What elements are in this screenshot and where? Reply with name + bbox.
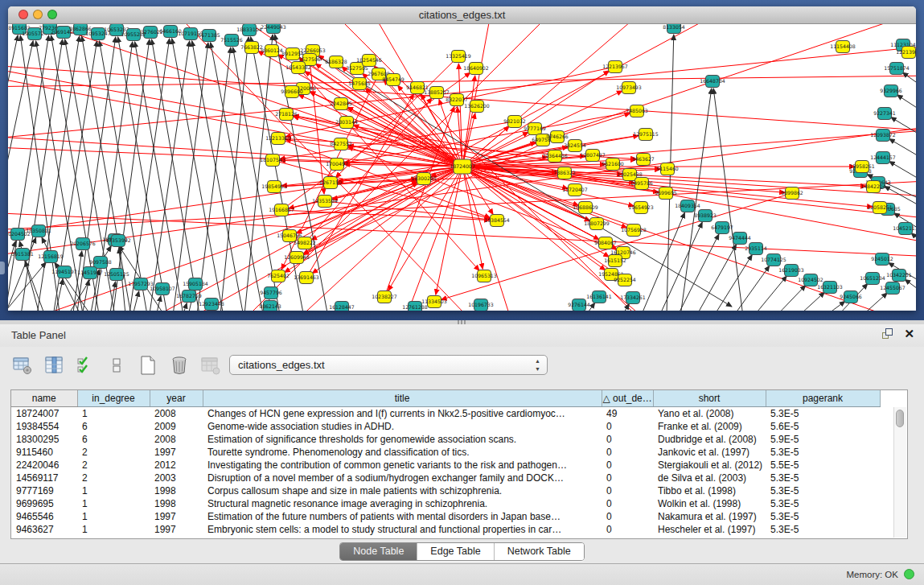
table-scrollbar[interactable]: [893, 407, 906, 538]
column-header-out_de[interactable]: △ out_de…: [602, 390, 653, 406]
network-node[interactable]: 10965313: [471, 270, 497, 282]
network-node[interactable]: 12975115: [633, 129, 659, 141]
memory-status-icon[interactable]: [904, 569, 914, 579]
network-node[interactable]: 10452113: [893, 223, 916, 235]
network-node[interactable]: 8938923: [694, 210, 717, 222]
network-node[interactable]: 18107543: [260, 154, 285, 167]
table-settings-icon[interactable]: [11, 354, 34, 377]
panel-collapse-handle[interactable]: [0, 262, 5, 274]
table-row[interactable]: 977716911998Corpus callosum shape and si…: [11, 484, 880, 497]
network-node[interactable]: 9115460: [656, 163, 679, 175]
network-node[interactable]: 12156819: [38, 251, 64, 263]
svg-text:12923448: 12923448: [199, 301, 224, 307]
table-row[interactable]: 1872400712008Changes of HCN gene express…: [11, 406, 880, 420]
network-node[interactable]: 10688609: [573, 202, 598, 214]
network-node[interactable]: 11154408: [830, 41, 856, 53]
table-row[interactable]: 911546021997Tourette syndrome. Phenomeno…: [11, 446, 880, 459]
network-node[interactable]: 6479197: [711, 222, 733, 234]
tab-node-table[interactable]: Node Table: [340, 543, 417, 560]
network-node[interactable]: 16321103: [817, 282, 843, 294]
network-node[interactable]: 10807487: [580, 150, 606, 162]
network-node[interactable]: 20206576: [70, 238, 96, 250]
network-node[interactable]: 7515526: [220, 35, 243, 47]
network-node[interactable]: 10342251: [886, 270, 912, 282]
network-node[interactable]: 17334261: [620, 292, 646, 304]
network-node[interactable]: 16648784: [700, 76, 725, 88]
network-node[interactable]: 13626200: [464, 101, 490, 113]
network-node[interactable]: 9699695: [655, 187, 677, 200]
table-row[interactable]: 1938455462009Genome-wide association stu…: [11, 420, 880, 433]
table-row[interactable]: 2242004622012Investigating the contribut…: [11, 459, 880, 472]
delete-column-icon[interactable]: [168, 354, 191, 377]
network-node[interactable]: 7485063: [626, 105, 648, 117]
svg-text:8267150: 8267150: [319, 179, 342, 185]
network-node[interactable]: 10756928: [621, 225, 647, 237]
column-header-pagerank[interactable]: pagerank: [766, 390, 880, 406]
network-node[interactable]: 12213967: [602, 61, 628, 73]
network-node[interactable]: 18833104: [236, 24, 262, 36]
cytoscape-app: citations_edges.txt 89156831905572477923…: [0, 0, 924, 585]
network-node[interactable]: 19854983: [261, 181, 287, 193]
column-header-name[interactable]: name: [11, 390, 77, 406]
column-header-short[interactable]: short: [653, 390, 766, 406]
column-header-title[interactable]: title: [203, 390, 602, 406]
network-node[interactable]: 19654923: [628, 202, 654, 214]
network-node[interactable]: 18640902: [463, 63, 489, 75]
svg-text:8495786: 8495786: [630, 180, 653, 186]
network-node[interactable]: 18724007: [450, 159, 475, 174]
table-scrollbar-thumb[interactable]: [896, 410, 904, 427]
network-node[interactable]: 22449043: [261, 24, 286, 34]
svg-text:3915381: 3915381: [11, 251, 34, 257]
network-node[interactable]: 12444157: [870, 152, 896, 164]
tab-network-table[interactable]: Network Table: [494, 543, 584, 560]
network-node[interactable]: 16136141: [586, 291, 612, 303]
network-node[interactable]: 2935114: [745, 243, 767, 255]
select-columns-icon[interactable]: [43, 354, 65, 377]
network-node[interactable]: 19384554: [484, 215, 510, 227]
network-node[interactable]: 10238227: [372, 291, 397, 303]
delete-table-icon[interactable]: [199, 354, 222, 377]
select-all-icon[interactable]: [74, 354, 97, 377]
network-node[interactable]: 13325419: [446, 51, 471, 63]
network-node[interactable]: 16782759: [176, 290, 202, 303]
table-row[interactable]: 969969511998Structural magnetic resonanc…: [11, 497, 880, 510]
network-node[interactable]: 3824554: [564, 140, 586, 152]
float-window-icon[interactable]: [882, 328, 893, 339]
network-node[interactable]: 10774125: [761, 254, 786, 266]
table-row[interactable]: 946362711997Embryonic stem cells: a mode…: [11, 523, 880, 536]
network-node[interactable]: 10651234: [860, 273, 885, 285]
network-window-titlebar[interactable]: citations_edges.txt: [8, 6, 916, 24]
network-node[interactable]: 16128447: [329, 302, 355, 311]
table-row[interactable]: 1830029562008Estimation of significance …: [11, 433, 880, 446]
tab-edge-table[interactable]: Edge Table: [417, 543, 493, 560]
network-node[interactable]: 18409354: [675, 200, 700, 212]
select-rows-icon[interactable]: [105, 354, 128, 377]
svg-text:19384554: 19384554: [484, 217, 510, 223]
network-node[interactable]: 8186328: [325, 56, 347, 68]
network-node[interactable]: 9821032: [503, 116, 526, 128]
column-header-in_degree[interactable]: in_degree: [77, 390, 150, 406]
network-node[interactable]: 14353594: [312, 196, 338, 208]
network-node[interactable]: 12093872: [870, 130, 896, 142]
network-node[interactable]: 10196733: [468, 299, 494, 311]
network-node[interactable]: 8133054: [663, 24, 685, 34]
table-row[interactable]: 1456911722003Disruption of a novel membe…: [11, 472, 880, 484]
network-node[interactable]: 12455067: [880, 282, 906, 295]
network-node[interactable]: 9245066: [840, 291, 862, 303]
close-panel-icon[interactable]: ✕: [904, 328, 914, 339]
new-column-icon[interactable]: [137, 354, 159, 377]
svg-text:17334261: 17334261: [620, 295, 646, 300]
table-row[interactable]: 946554611997Estimation of the future num…: [11, 510, 880, 523]
network-canvas[interactable]: 8915683190557247792363206914069862866109…: [8, 24, 916, 311]
network-node[interactable]: 15905184: [183, 278, 208, 290]
network-node[interactable]: 12505125: [104, 269, 129, 281]
network-node[interactable]: 9276144: [568, 299, 590, 311]
network-node[interactable]: 11945197: [51, 266, 77, 278]
network-node[interactable]: 9329966: [880, 85, 902, 97]
table-selector[interactable]: citations_edges.txt ▲▼: [229, 355, 548, 375]
network-node[interactable]: 16219033: [778, 265, 804, 277]
column-header-year[interactable]: year: [150, 390, 203, 406]
network-node[interactable]: 15751874: [884, 63, 910, 75]
network-node[interactable]: 9463627: [632, 154, 655, 166]
network-node[interactable]: 9457796: [260, 287, 282, 299]
